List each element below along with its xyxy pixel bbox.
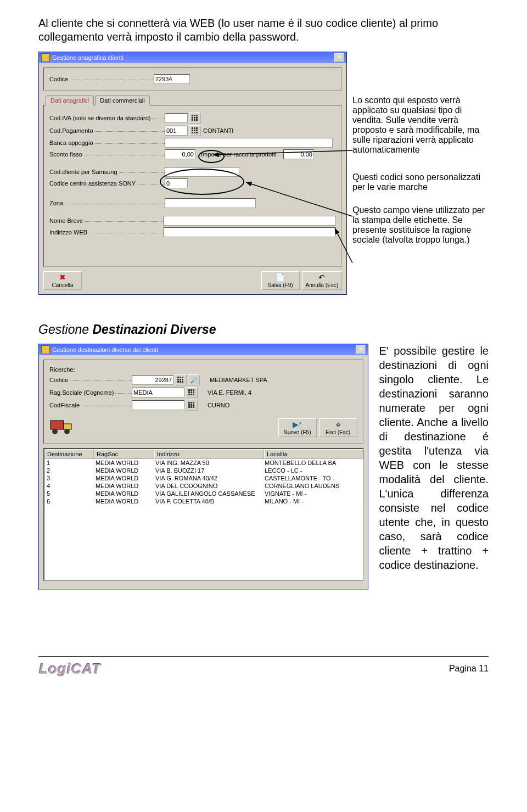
zona-input[interactable] [165, 198, 256, 208]
table-row[interactable]: 4MEDIA WORLDVIA DEL CODOGNINOCORNEGLIANO… [44, 482, 363, 490]
dest-name-display: MEDIAMARKET SPA [208, 377, 270, 383]
banca-input[interactable] [165, 138, 333, 148]
cod-samsung-label: Cod.cliente per Samsung [49, 169, 119, 175]
section-title-destinazioni: Gestione Destinazioni Diverse [38, 322, 489, 337]
codice-input[interactable] [154, 74, 190, 84]
annotation-circle [198, 150, 225, 163]
importo-raccolta-input[interactable] [283, 149, 314, 159]
col-header[interactable]: Indirizzo [154, 449, 264, 459]
codice-label: Codice [49, 377, 70, 383]
codfiscale-input[interactable] [132, 400, 184, 410]
table-cell: 6 [44, 497, 93, 505]
delete-icon: ✖ [47, 273, 78, 282]
table-cell: VIA ING. MAZZA 50 [153, 459, 262, 467]
table-cell: MEDIA WORLD [93, 490, 153, 497]
banca-label: Banca appoggio [49, 139, 95, 146]
table-row[interactable]: 3MEDIA WORLDVIA G. ROMANA 40/42CASTELLAM… [44, 474, 363, 482]
sconto-fisso-input[interactable] [165, 149, 195, 159]
lookup-button[interactable] [175, 374, 187, 385]
titlebar: Gestione destinazioni diverse dei client… [39, 344, 368, 355]
exit-icon: ⎆ [323, 420, 354, 429]
window-gestione-anagrafica: Gestione anagrafica clienti ✕ Codice Dat… [38, 52, 347, 295]
close-button[interactable]: ✕ [334, 53, 344, 62]
ragsoc-label: Rag.Sociale (Cognome) [49, 389, 115, 396]
svg-point-5 [52, 429, 58, 434]
codice-input[interactable] [132, 375, 173, 385]
annotation-circle [160, 169, 244, 195]
logo: LogiCAT [38, 660, 100, 677]
table-cell: MONTEBELLO DELLA BA [262, 459, 363, 467]
tab-dati-commerciali[interactable]: Dati commerciali [95, 96, 149, 105]
table-cell: MEDIA WORLD [93, 459, 153, 467]
cod-iva-input[interactable] [165, 113, 188, 123]
table-cell: MEDIA WORLD [93, 482, 153, 490]
table-row[interactable]: 2MEDIA WORLDVIA B. BUOZZI 17LECCO - LC - [44, 467, 363, 474]
side-paragraph: E' possibile gestire le destinazioni di … [379, 344, 489, 572]
table-cell: VIGNATE - MI - [262, 490, 363, 497]
lookup-button[interactable] [189, 125, 201, 136]
cod-pagamento-label: Cod.Pagamento [49, 127, 95, 134]
nome-breve-input[interactable] [164, 216, 336, 226]
col-header[interactable]: Destinazione [44, 449, 94, 459]
save-icon: 📄 [265, 273, 296, 282]
callout-codici: Questi codici sono personalizzati per le… [352, 172, 489, 192]
keypad-icon [192, 127, 198, 134]
lookup-button[interactable] [189, 113, 201, 124]
table-cell: CASTELLAMONTE - TO - [262, 474, 363, 482]
table-cell: MILANO - MI - [262, 497, 363, 505]
table-cell: 1 [44, 459, 93, 467]
indirizzo-web-label: Indirizzo WEB [49, 229, 89, 236]
table-row[interactable]: 5MEDIA WORLDVIA GALILEI ANGOLO CASSANESE… [44, 490, 363, 497]
table-row[interactable]: 6MEDIA WORLDVIA P. COLETTA 48/BMILANO - … [44, 497, 363, 505]
lookup-button[interactable] [186, 387, 198, 398]
app-icon [41, 345, 50, 354]
ragsoc-input[interactable] [132, 388, 184, 397]
cancella-button[interactable]: ✖Cancella [43, 271, 82, 290]
tab-dati-anagrafici[interactable]: Dati anagrafici [46, 96, 94, 105]
annulla-button[interactable]: ↶Annulla (Esc) [302, 271, 342, 290]
table-cell: 4 [44, 482, 93, 490]
titlebar: Gestione anagrafica clienti ✕ [39, 52, 346, 63]
svg-rect-4 [64, 424, 71, 429]
table-cell: VIA G. ROMANA 40/42 [153, 474, 262, 482]
callout-nome-breve: Questo campo viene utilizzato per la sta… [352, 205, 489, 245]
app-icon [41, 53, 50, 62]
col-header[interactable]: Localita [264, 449, 363, 459]
destinations-table[interactable]: Destinazione RagSoc Indirizzo Localita 1… [44, 449, 364, 580]
new-icon: ▶* [282, 420, 313, 429]
sconto-fisso-label: Sconto fisso [49, 151, 84, 158]
table-cell: VIA DEL CODOGNINO [153, 482, 262, 490]
table-cell: MEDIA WORLD [93, 497, 153, 505]
table-header: Destinazione RagSoc Indirizzo Localita [44, 449, 363, 459]
cod-pagamento-display: CONTANTI [201, 127, 236, 134]
search-button[interactable]: 🔎 [188, 374, 200, 385]
table-cell: 2 [44, 467, 93, 474]
table-cell: 3 [44, 474, 93, 482]
window-title: Gestione destinazioni diverse dei client… [52, 346, 158, 353]
close-button[interactable]: ✕ [356, 345, 366, 354]
dest-addr-display: VIA E. FERMI, 4 [205, 389, 254, 396]
indirizzo-web-input[interactable] [164, 227, 336, 237]
lookup-button[interactable] [186, 400, 198, 411]
cod-pagamento-input[interactable] [165, 126, 188, 136]
zona-label: Zona [49, 200, 65, 206]
svg-rect-3 [51, 421, 64, 429]
page-number: Pagina 11 [449, 664, 489, 674]
window-title: Gestione anagrafica clienti [52, 54, 124, 61]
salva-button[interactable]: 📄Salva (F9) [261, 271, 300, 290]
table-cell: VIA P. COLETTA 48/B [153, 497, 262, 505]
codfiscale-label: CodFiscale [49, 402, 81, 408]
dest-city-display: CURNO [205, 402, 232, 408]
esci-button[interactable]: ⎆Esci (Esc) [319, 418, 357, 437]
col-header[interactable]: RagSoc [94, 449, 154, 459]
callout-sconto: Lo sconto qui esposto verrà applicato su… [352, 96, 489, 155]
keypad-icon [192, 115, 198, 121]
svg-point-6 [64, 429, 70, 434]
cod-sony-label: Codice centro assistenza SONY [49, 180, 137, 187]
window-destinazioni: Gestione destinazioni diverse dei client… [38, 344, 368, 590]
intro-paragraph: Al cliente che si connetterà via WEB (lo… [38, 16, 489, 44]
cod-iva-label: Cod.IVA (solo se diverso da standard) [49, 115, 152, 121]
table-row[interactable]: 1MEDIA WORLDVIA ING. MAZZA 50MONTEBELLO … [44, 459, 363, 467]
nuovo-button[interactable]: ▶*Nuovo (F5) [278, 418, 317, 437]
undo-icon: ↶ [306, 273, 338, 282]
